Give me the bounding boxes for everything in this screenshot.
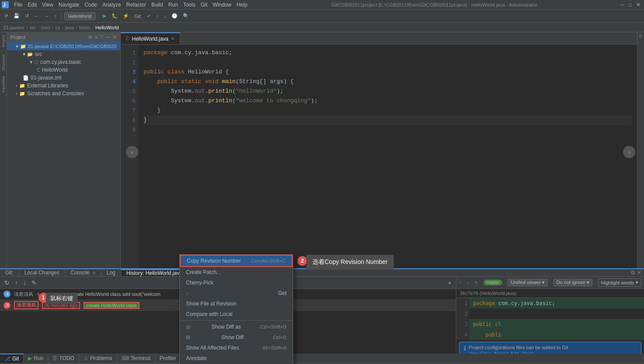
ctx-show-file-revision[interactable]: Show File at Revision: [180, 298, 293, 309]
ctx-create-patch[interactable]: Create Patch...: [180, 267, 293, 277]
project-panel-icon[interactable]: Project: [0, 32, 7, 50]
git-refresh-icon[interactable]: ↻: [3, 278, 11, 287]
menu-git[interactable]: Git: [198, 1, 210, 9]
highlight-words-selector[interactable]: Highlight words ▾: [598, 278, 641, 287]
tree-item-ext-libs[interactable]: › 📁 External Libraries: [7, 82, 120, 90]
bottom-tab-git[interactable]: Git:: [0, 269, 19, 276]
ctx-show-diff-uml[interactable]: ◎ Show Diff as Ctrl+Shift+D: [180, 322, 293, 332]
git-clock[interactable]: 🕐: [170, 12, 179, 20]
minimize-button[interactable]: ─: [619, 2, 626, 8]
toolbar-search[interactable]: 🔍: [181, 12, 191, 20]
sidebar-filter-icon[interactable]: ⊤: [99, 34, 104, 40]
structure-panel-icon[interactable]: Structure: [0, 52, 7, 73]
menu-build[interactable]: Build: [149, 1, 166, 9]
maximize-button[interactable]: □: [627, 2, 634, 8]
code-line-8: }: [144, 115, 632, 125]
ctx-get[interactable]: ↓ Get: [180, 288, 293, 298]
sidebar-sort-icon[interactable]: ≡: [94, 34, 98, 40]
tree-item-src[interactable]: ▾ 📂 src: [7, 50, 120, 58]
bottom-tab-console[interactable]: Console ✕: [65, 269, 102, 276]
bottom-tab-history[interactable]: History: HelloWorld.java: [121, 269, 188, 276]
breadcrumb-item-3[interactable]: com: [41, 25, 50, 30]
diff-down-icon[interactable]: ↓: [467, 280, 469, 285]
nav-left-arrow[interactable]: ‹: [126, 146, 138, 158]
diff-edit-icon[interactable]: ✎: [474, 280, 478, 285]
ctx-copy-revision[interactable]: Copy Revision Number Ctrl+Alt+Shift+C: [180, 255, 293, 267]
bottom-gear-icon[interactable]: ⚙: [630, 270, 635, 276]
package-expand-icon: ▾: [30, 59, 32, 65]
breadcrumb-item-6[interactable]: basic: [79, 25, 91, 30]
breadcrumb-item-1[interactable]: 01-javase: [4, 25, 24, 30]
ignore-selector[interactable]: Do not ignore ▾: [553, 279, 592, 286]
toolbar-forward[interactable]: →: [42, 13, 51, 20]
git-down-icon[interactable]: ↓: [21, 278, 28, 287]
close-button[interactable]: ✕: [634, 2, 642, 8]
diff-up-icon[interactable]: ↑: [459, 280, 461, 285]
git-check[interactable]: ✓: [145, 12, 153, 20]
coverage-button[interactable]: ⚡: [121, 12, 131, 20]
unified-viewer-selector[interactable]: Unified viewer ▾: [508, 279, 548, 286]
git-push[interactable]: ↑: [154, 13, 161, 20]
tool-tab-git[interactable]: ⎇ Git: [0, 354, 24, 363]
tab-close-icon[interactable]: ✕: [171, 36, 175, 41]
debug-button[interactable]: 🐛: [110, 12, 119, 20]
breadcrumb-item-2[interactable]: src: [29, 25, 36, 30]
ctx-show-diff[interactable]: ⊞ Show Diff Ctrl+D: [180, 332, 293, 343]
menu-help[interactable]: Help: [234, 1, 250, 9]
menu-navigate[interactable]: Navigate: [56, 1, 82, 9]
nav-right-arrow[interactable]: ›: [623, 146, 635, 158]
tool-tab-terminal[interactable]: ⌨ Terminal: [117, 354, 155, 363]
diff-line-1: 1 package com.cy.java.basic;: [456, 298, 644, 309]
menu-refactor[interactable]: Refactor: [124, 1, 149, 9]
tab-helloworld[interactable]: C HelloWorld.java ✕: [121, 32, 180, 44]
tree-item-scratches[interactable]: › 📁 Scratches and Consoles: [7, 90, 120, 97]
git-edit-icon[interactable]: ✎: [30, 278, 38, 287]
tree-item-iml[interactable]: 📄 01-javase.iml: [7, 74, 120, 82]
tool-tab-profiler[interactable]: Profiler: [155, 354, 181, 363]
ctx-get-icon: ↓: [186, 290, 189, 296]
sidebar-expand-icon[interactable]: —: [105, 34, 111, 40]
sidebar-gear-icon[interactable]: ⚙: [88, 34, 93, 40]
breadcrumb-item-5[interactable]: java: [65, 25, 74, 30]
bottom-close-icon[interactable]: ✕: [637, 270, 641, 276]
branch-selector[interactable]: HelloWorld: [64, 12, 96, 20]
menu-window[interactable]: Window: [210, 1, 234, 9]
run-button[interactable]: ▶: [101, 12, 108, 20]
tree-item-project[interactable]: ▾ 📁 01-javase E:\CGB2011III\xm\GitCGBIII…: [7, 42, 120, 50]
toolbar-icon-2[interactable]: 💾: [12, 12, 21, 20]
tree-item-package[interactable]: ▾ ⬡ com.cy.java.basic: [7, 58, 120, 66]
breadcrumb-sep-3: ›: [52, 25, 54, 30]
ctx-show-affected[interactable]: Show All Affected Files Alt+Shift+A: [180, 343, 293, 353]
menu-analyze[interactable]: Analyze: [100, 1, 124, 9]
tool-tab-run[interactable]: ▶ Run: [24, 354, 48, 363]
tool-tab-todo[interactable]: ☰ TODO: [48, 354, 79, 363]
bottom-tab-log[interactable]: Log: [102, 269, 121, 276]
ctx-cherry-pick[interactable]: Cherry-Pick: [180, 277, 293, 288]
git-pull[interactable]: ↓: [162, 13, 168, 20]
breadcrumb-item-4[interactable]: cy: [55, 25, 60, 30]
favorites-panel-icon[interactable]: Favorites: [0, 73, 7, 95]
console-close-icon[interactable]: ✕: [92, 270, 96, 275]
menu-file[interactable]: File: [11, 1, 25, 9]
tool-tab-problems[interactable]: ⚠ Problems: [79, 354, 117, 363]
ctx-compare-local[interactable]: Compare with Local: [180, 309, 293, 319]
right-icon-database[interactable]: D: [639, 34, 642, 38]
toolbar-back[interactable]: ←: [32, 13, 41, 20]
menu-code[interactable]: Code: [82, 1, 100, 9]
bottom-tab-local-changes[interactable]: Local Changes: [19, 269, 65, 276]
ctx-annotate[interactable]: Annotate: [180, 353, 293, 364]
menu-edit[interactable]: Edit: [25, 1, 39, 9]
package-label: com.cy.java.basic: [40, 59, 81, 65]
git-up-icon[interactable]: ↑: [13, 278, 20, 287]
menu-run[interactable]: Run: [166, 1, 181, 9]
toolbar-icon-4[interactable]: ↑: [52, 13, 59, 20]
breadcrumb-item-7[interactable]: HelloWorld: [95, 25, 119, 30]
sidebar-close-icon[interactable]: ✕: [112, 34, 117, 40]
toolbar-icon-1[interactable]: ⟳: [3, 12, 10, 20]
tree-item-helloworld[interactable]: C HelloWorld: [7, 66, 120, 74]
menu-view[interactable]: View: [39, 1, 56, 9]
git-settings-icon[interactable]: +: [446, 278, 453, 287]
code-content[interactable]: package com.cy.java.basic; public class …: [138, 45, 637, 268]
toolbar-icon-3[interactable]: ↺: [23, 12, 31, 20]
menu-tools[interactable]: Tools: [181, 1, 198, 9]
